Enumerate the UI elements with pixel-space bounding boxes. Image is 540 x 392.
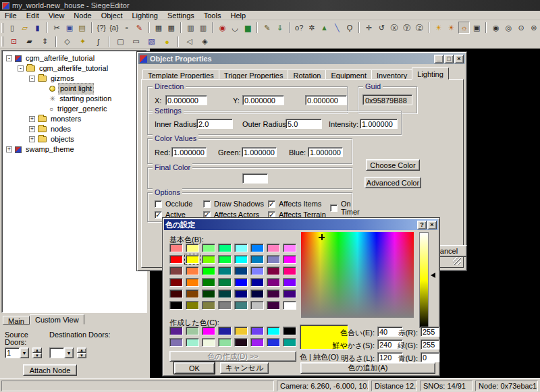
tree-item-starting-position[interactable]: ✳starting position xyxy=(2,94,146,104)
color-swatch[interactable] xyxy=(186,255,199,264)
color-swatch[interactable] xyxy=(202,289,215,298)
toolbar-grip[interactable] xyxy=(1,36,3,47)
tree-item-swamp-theme[interactable]: +swamp_theme xyxy=(2,144,146,155)
menu-file[interactable]: File xyxy=(0,11,22,20)
color-swatch[interactable] xyxy=(234,301,248,310)
node-grid-b-button[interactable]: ▦ xyxy=(165,22,177,34)
move-axes-button[interactable]: ✛ xyxy=(363,22,375,34)
checkbox-icon[interactable] xyxy=(203,200,211,208)
color-swatch[interactable] xyxy=(234,255,248,264)
maximize-icon[interactable]: □ xyxy=(444,55,454,63)
color-swatch[interactable] xyxy=(186,244,199,252)
tab-equipment[interactable]: Equipment xyxy=(325,69,372,80)
color-swatch[interactable] xyxy=(250,289,264,298)
spin-down-icon[interactable]: ▼ xyxy=(77,353,86,358)
intensity-field[interactable] xyxy=(360,119,398,129)
checkbox-icon[interactable] xyxy=(155,200,162,208)
menu-tools[interactable]: Tools xyxy=(199,11,226,20)
sun-edit-button[interactable]: ☀ xyxy=(446,22,457,34)
lamp-post-button[interactable]: Ϙ xyxy=(344,22,356,34)
camera-elevate-button[interactable]: ⇕ xyxy=(38,36,52,48)
color-swatch[interactable] xyxy=(169,267,183,275)
tab-custom-view[interactable]: Custom View xyxy=(30,314,84,325)
open-folder-button[interactable]: ▱ xyxy=(19,22,30,34)
color-swatch[interactable] xyxy=(202,301,215,310)
color-swatch[interactable] xyxy=(250,267,264,275)
sun-button[interactable]: ☀ xyxy=(433,22,445,34)
lock-z-button[interactable]: ⓩ xyxy=(414,22,425,34)
tab-rotation[interactable]: Rotation xyxy=(288,69,326,80)
blue-field[interactable] xyxy=(308,147,343,157)
checkbox-icon[interactable] xyxy=(330,204,338,212)
color-swatch[interactable] xyxy=(169,255,183,264)
red-value-field[interactable] xyxy=(421,327,439,337)
hand-edit-button[interactable]: ✎ xyxy=(261,22,273,34)
expand-icon[interactable]: + xyxy=(29,136,35,142)
help-icon[interactable]: ? xyxy=(417,221,427,229)
bench-button[interactable]: ▭ xyxy=(129,36,143,48)
bulb-small-button[interactable]: ● xyxy=(160,36,174,48)
tree-item-cgm-afterlife-tutorial[interactable]: -cgm_afterlife_tutorial xyxy=(2,53,146,63)
menu-settings[interactable]: Settings xyxy=(163,11,199,20)
color-swatch[interactable] xyxy=(218,289,232,298)
color-swatch[interactable] xyxy=(267,267,280,275)
direction-z-field[interactable] xyxy=(305,95,347,105)
tab-inventory[interactable]: Inventory xyxy=(371,69,412,80)
color-swatch[interactable] xyxy=(169,301,183,310)
save-button[interactable]: ▮ xyxy=(32,22,43,34)
resize-grip[interactable] xyxy=(453,257,461,265)
color-swatch[interactable] xyxy=(267,244,280,252)
color-swatch[interactable] xyxy=(218,338,232,347)
color-swatch[interactable] xyxy=(234,327,248,335)
ok-button[interactable]: OK xyxy=(174,362,215,374)
camera-video-button[interactable]: ▰ xyxy=(22,36,36,48)
advanced-color-button[interactable]: Advanced Color xyxy=(364,177,421,188)
spin-down-icon[interactable]: ▼ xyxy=(32,353,42,358)
collapse-icon[interactable]: - xyxy=(6,55,12,61)
menu-object[interactable]: Object xyxy=(97,11,128,20)
color-swatch[interactable] xyxy=(202,278,215,287)
outer-radius-field[interactable] xyxy=(286,119,322,129)
template-query-button[interactable]: {?} xyxy=(96,22,107,34)
color-cube-button[interactable]: ▧ xyxy=(144,36,159,48)
menu-help[interactable]: Help xyxy=(225,11,250,20)
paste-button[interactable]: ▤ xyxy=(76,22,88,34)
define-custom-colors-button[interactable]: 色の作成(D) >> xyxy=(169,351,296,362)
color-swatch[interactable] xyxy=(186,267,199,275)
color-swatch[interactable] xyxy=(186,289,199,298)
eye-node-button[interactable]: ◉ xyxy=(490,22,502,34)
tree-item-gizmos[interactable]: -gizmos xyxy=(2,74,146,84)
tab-trigger-properties[interactable]: Trigger Properties xyxy=(219,69,289,80)
record-target-button[interactable]: ◉ xyxy=(217,22,228,34)
blue-value-field[interactable] xyxy=(421,352,439,362)
color-picker-title-bar[interactable]: 色の設定 ? × xyxy=(164,219,438,230)
diamond-select-button[interactable]: ◇ xyxy=(60,36,74,48)
dialog-cancel-button[interactable]: キャンセル xyxy=(220,362,269,374)
color-swatch[interactable] xyxy=(250,255,264,264)
color-swatch[interactable] xyxy=(267,255,280,264)
paste-object-b-button[interactable]: ▥ xyxy=(198,22,209,34)
color-swatch[interactable] xyxy=(267,301,280,310)
collapse-icon[interactable]: - xyxy=(18,65,24,72)
mode-u-button[interactable]: ◡ xyxy=(230,22,241,34)
tree-item-trigger-generic[interactable]: ○trigger_generic xyxy=(2,104,146,114)
spin-up-icon[interactable]: ▲ xyxy=(32,347,42,353)
node-page-button[interactable]: ▢ xyxy=(113,36,128,48)
color-swatch[interactable] xyxy=(250,301,264,310)
lock-y-button[interactable]: ⓨ xyxy=(401,22,412,34)
checkbox-occlude[interactable]: Occlude xyxy=(155,200,192,208)
color-swatch[interactable] xyxy=(250,244,264,252)
color-swatch[interactable] xyxy=(283,255,296,264)
close-icon[interactable]: × xyxy=(454,55,464,63)
tree-item-point-light[interactable]: point light xyxy=(2,84,146,94)
checkbox-on-timer[interactable]: On Timer xyxy=(330,200,360,216)
checkbox-icon[interactable]: ✓ xyxy=(268,200,275,208)
color-swatch[interactable] xyxy=(250,338,264,347)
chevron-down-icon[interactable]: ▼ xyxy=(20,347,29,358)
new-file-button[interactable]: ▯ xyxy=(7,22,18,34)
paste-object-a-button[interactable]: ▥ xyxy=(185,22,196,34)
expand-icon[interactable]: + xyxy=(29,116,35,122)
sword-button[interactable]: ╲ xyxy=(331,22,343,34)
menu-node[interactable]: Node xyxy=(69,11,96,20)
color-swatch[interactable] xyxy=(234,289,248,298)
